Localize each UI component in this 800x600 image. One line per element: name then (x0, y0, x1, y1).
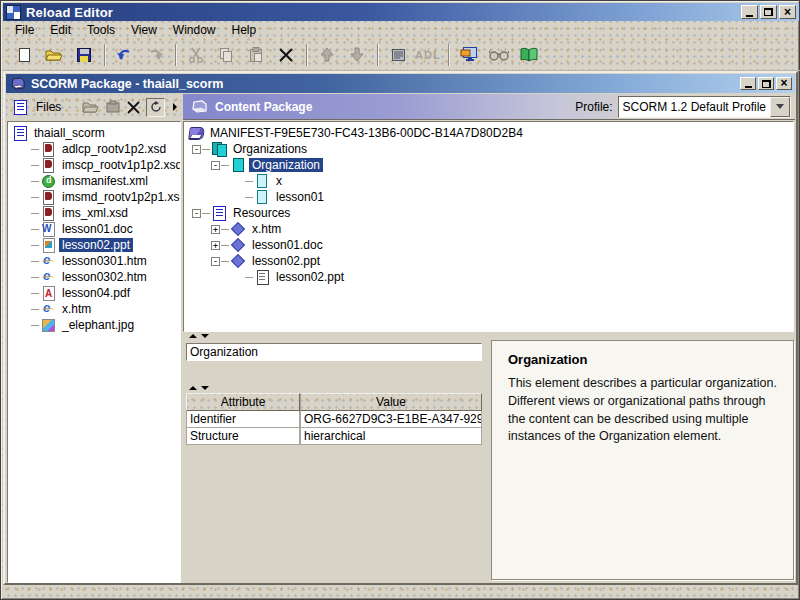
file-tree-item[interactable]: lesson04.pdf (8, 285, 180, 301)
manifest-tree-item[interactable]: + x.htm (184, 221, 793, 237)
splitter-up-icon[interactable] (189, 334, 197, 338)
manifest-node[interactable]: MANIFEST-F9E5E730-FC43-13B6-00DC-B14A7D8… (184, 125, 793, 141)
redo-button[interactable] (142, 43, 168, 67)
manifest-tree-item[interactable]: lesson02.ppt (184, 269, 793, 285)
toolbar-separator (104, 44, 105, 66)
package-restore-button[interactable] (758, 77, 774, 90)
manifest-tree-item[interactable]: - Organizations (184, 141, 793, 157)
cut-button[interactable] (183, 43, 209, 67)
element-name: Organization (249, 158, 323, 172)
chevron-down-icon (776, 104, 784, 109)
delete-x-icon[interactable] (127, 101, 140, 114)
redo-icon (146, 47, 164, 62)
file-type-icon (40, 141, 56, 157)
tree-expander[interactable]: - (192, 145, 201, 154)
delete-x-icon (278, 47, 294, 63)
refresh-button[interactable] (146, 98, 165, 117)
find-button[interactable] (486, 43, 512, 67)
import-icon[interactable] (105, 100, 121, 114)
open-folder-icon[interactable] (82, 100, 99, 114)
file-type-icon (40, 285, 56, 301)
table-row[interactable]: Identifier ORG-6627D9C3-E1BE-A347-929A..… (186, 411, 482, 428)
splitter-down-icon[interactable] (201, 386, 209, 390)
open-button[interactable] (41, 43, 67, 67)
file-name: thaiall_scorm (31, 126, 108, 140)
move-down-button[interactable] (344, 43, 370, 67)
menu-item[interactable]: Tools (81, 22, 121, 38)
preview-button[interactable] (456, 43, 482, 67)
tree-connector (221, 261, 229, 262)
menu-item[interactable]: Help (226, 22, 263, 38)
copy-button[interactable] (213, 43, 239, 67)
manifest-tree-item[interactable]: - lesson02.ppt (184, 253, 793, 269)
file-tree-item[interactable]: lesson0301.htm (8, 253, 180, 269)
package-close-button[interactable]: × (776, 77, 792, 90)
restore-button[interactable] (760, 5, 777, 19)
file-tree-item[interactable]: _elephant.jpg (8, 317, 180, 333)
save-button[interactable] (71, 43, 97, 67)
menu-item[interactable]: View (125, 22, 163, 38)
tree-expander[interactable]: + (211, 225, 220, 234)
help-book-button[interactable] (516, 43, 542, 67)
tree-expander[interactable]: - (211, 257, 220, 266)
element-icon (254, 269, 270, 285)
file-type-icon (12, 125, 28, 141)
element-name: x.htm (249, 222, 284, 236)
file-tree-item[interactable]: x.htm (8, 301, 180, 317)
value-column-header[interactable]: Value (300, 393, 482, 411)
splitter-down-icon[interactable] (201, 334, 209, 338)
move-up-button[interactable] (314, 43, 340, 67)
file-tree-item[interactable]: imscp_rootv1p1p2.xsd (8, 157, 180, 173)
splitter-collapse-icon[interactable] (173, 103, 177, 111)
dropdown-button[interactable] (770, 97, 790, 117)
package-minimize-button[interactable] (740, 77, 756, 90)
save-floppy-icon (76, 47, 92, 63)
file-tree-item[interactable]: lesson0302.htm (8, 269, 180, 285)
delete-button[interactable] (273, 43, 299, 67)
file-tree-item[interactable]: imsmd_rootv1p2p1.xsd (8, 189, 180, 205)
tree-connector (31, 245, 39, 246)
content-package-title: Content Package (215, 100, 312, 114)
main-titlebar: Reload Editor × (3, 3, 799, 21)
file-tree-item[interactable]: lesson01.doc (8, 221, 180, 237)
manifest-tree-item[interactable]: - Resources (184, 205, 793, 221)
paste-clipboard-icon (248, 47, 264, 63)
file-type-icon (40, 301, 56, 317)
tree-expander[interactable]: - (192, 209, 201, 218)
undo-button[interactable] (112, 43, 138, 67)
tree-connector (221, 165, 229, 166)
splitter-up-icon[interactable] (189, 386, 197, 390)
tree-connector (31, 309, 39, 310)
tree-connector (245, 181, 253, 182)
adl-button[interactable]: ADL (415, 49, 441, 61)
menu-item[interactable]: Edit (44, 22, 77, 38)
menu-bar: FileEditToolsViewWindowHelp (3, 21, 800, 39)
horizontal-splitter[interactable] (183, 332, 794, 340)
toolbar-separator (306, 44, 307, 66)
paste-button[interactable] (243, 43, 269, 67)
adl-log-button[interactable] (385, 43, 411, 67)
manifest-tree-item[interactable]: - Organization (184, 157, 793, 173)
element-name-input[interactable] (186, 343, 482, 361)
manifest-tree-item[interactable]: + lesson01.doc (184, 237, 793, 253)
file-tree-item[interactable]: imsmanifest.xml (8, 173, 180, 189)
close-icon: × (784, 6, 791, 18)
tree-connector (245, 197, 253, 198)
minimize-button[interactable] (741, 5, 758, 19)
file-tree-item[interactable]: ims_xml.xsd (8, 205, 180, 221)
table-row[interactable]: Structure hierarchical (186, 428, 482, 445)
table-splitter[interactable] (189, 386, 209, 390)
new-document-button[interactable] (11, 43, 37, 67)
manifest-tree-item[interactable]: lesson01 (184, 189, 793, 205)
menu-item[interactable]: Window (167, 22, 222, 38)
file-root[interactable]: thaiall_scorm (8, 125, 180, 141)
attribute-column-header[interactable]: Attribute (186, 393, 300, 411)
menu-item[interactable]: File (9, 22, 40, 38)
file-tree-item[interactable]: lesson02.ppt (8, 237, 180, 253)
tree-expander[interactable]: - (211, 161, 220, 170)
profile-dropdown[interactable]: SCORM 1.2 Default Profile (618, 96, 791, 118)
file-tree-item[interactable]: adlcp_rootv1p2.xsd (8, 141, 180, 157)
tree-expander[interactable]: + (211, 241, 220, 250)
close-button[interactable]: × (779, 5, 796, 19)
manifest-tree-item[interactable]: x (184, 173, 793, 189)
